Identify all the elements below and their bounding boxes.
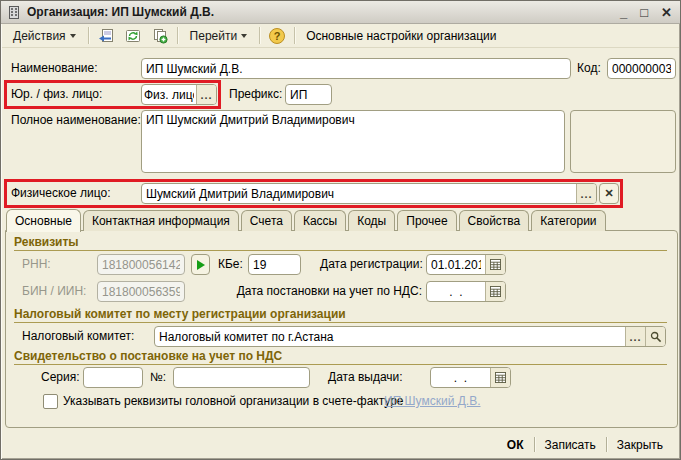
reg-date-field[interactable] xyxy=(426,254,506,275)
name-field[interactable] xyxy=(141,58,571,79)
rnn-input xyxy=(98,255,184,274)
actions-menu-button[interactable]: Действия xyxy=(6,25,83,47)
help-button[interactable]: ? xyxy=(265,25,289,47)
footer-button-bar: ОК Записать Закрыть xyxy=(2,431,679,458)
issue-date-field[interactable] xyxy=(430,367,511,388)
calendar-icon[interactable] xyxy=(485,282,505,301)
clear-icon: ✕ xyxy=(604,187,613,200)
reg-date-input[interactable] xyxy=(427,255,485,274)
vat-date-input[interactable] xyxy=(427,282,485,301)
reread-icon xyxy=(98,28,114,44)
issue-date-input[interactable] xyxy=(431,368,490,387)
goto-menu-button[interactable]: Перейти xyxy=(183,25,255,47)
copy-add-icon xyxy=(152,28,168,44)
tab-scheta[interactable]: Счета xyxy=(241,210,292,231)
number-field[interactable] xyxy=(173,367,310,388)
name-input[interactable] xyxy=(142,59,570,78)
number-label: №: xyxy=(150,367,166,388)
tax-committee-field[interactable]: ... xyxy=(154,326,666,347)
section-vat-certificate: Свидетельство о постановке на учет по НД… xyxy=(14,349,667,365)
tax-committee-input[interactable] xyxy=(155,327,625,346)
logo-placeholder-box xyxy=(570,110,676,173)
org-settings-button[interactable]: Основные настройки организации xyxy=(300,29,502,43)
tab-prochee[interactable]: Прочее xyxy=(397,210,456,231)
kbe-input[interactable] xyxy=(249,255,300,274)
code-input[interactable] xyxy=(608,59,675,78)
vat-date-label: Дата постановки на учет по НДС: xyxy=(230,281,422,302)
close-button[interactable]: ✕ xyxy=(661,1,672,24)
code-label: Код: xyxy=(577,58,601,79)
close-window-button[interactable]: Закрыть xyxy=(607,435,673,455)
maximize-button[interactable]: □ xyxy=(640,1,648,24)
command-toolbar: Действия xyxy=(2,24,679,48)
series-field[interactable] xyxy=(83,367,143,388)
person-input[interactable] xyxy=(142,184,576,203)
reread-button[interactable] xyxy=(94,25,118,47)
save-button[interactable]: Записать xyxy=(535,435,606,455)
tab-svoystva[interactable]: Свойства xyxy=(459,210,530,231)
calendar-icon[interactable] xyxy=(485,255,505,274)
magnifier-icon[interactable] xyxy=(645,327,665,346)
section-requisites: Реквизиты xyxy=(14,235,667,251)
prefix-label: Префикс: xyxy=(229,84,282,105)
person-label: Физическое лицо: xyxy=(11,183,110,204)
main-tab-panel: Реквизиты РНН: КБе: Дата регистрации: xyxy=(5,230,678,428)
calendar-icon[interactable] xyxy=(490,368,510,387)
number-input[interactable] xyxy=(174,368,309,387)
window-title: Организация: ИП Шумский Д.В. xyxy=(27,5,214,19)
tab-kategorii[interactable]: Категории xyxy=(531,210,605,231)
name-label: Наименование: xyxy=(11,58,98,79)
entity-type-input[interactable] xyxy=(142,85,196,104)
minimize-button[interactable]: _ xyxy=(620,1,627,24)
ellipsis-button[interactable]: ... xyxy=(576,184,596,203)
entity-type-label: Юр. / физ. лицо: xyxy=(11,84,102,105)
rnn-label: РНН: xyxy=(22,254,51,275)
head-org-checkbox[interactable] xyxy=(43,394,58,409)
prefix-field[interactable] xyxy=(285,84,332,105)
ok-button[interactable]: ОК xyxy=(497,435,534,455)
copy-button[interactable] xyxy=(148,25,172,47)
rnn-open-button[interactable] xyxy=(191,254,210,275)
tax-committee-label: Налоговый комитет: xyxy=(22,326,134,347)
tab-kontaktnaya-informaciya[interactable]: Контактная информация xyxy=(83,210,239,231)
toolbar-separator xyxy=(88,27,89,44)
tab-bar: Основные Контактная информация Счета Кас… xyxy=(6,209,608,231)
head-org-link[interactable]: ИП Шумский Д.В. xyxy=(384,394,481,408)
refresh-icon xyxy=(125,28,141,44)
rnn-field xyxy=(97,254,185,275)
series-label: Серия: xyxy=(41,367,80,388)
section-tax-committee: Налоговый комитет по месту регистрации о… xyxy=(14,307,667,323)
organization-window: Организация: ИП Шумский Д.В. _ □ ✕ Дейст… xyxy=(0,0,681,460)
toolbar-separator xyxy=(177,27,178,44)
green-arrow-icon xyxy=(197,260,205,270)
kbe-field[interactable] xyxy=(248,254,301,275)
tab-osnovnye[interactable]: Основные xyxy=(6,209,81,232)
help-icon: ? xyxy=(269,28,285,44)
toolbar-separator xyxy=(259,27,260,44)
full-name-textarea[interactable]: ИП Шумский Дмитрий Владимирович xyxy=(141,110,565,173)
ellipsis-button[interactable]: ... xyxy=(196,85,216,104)
organization-icon xyxy=(7,5,21,19)
code-field[interactable] xyxy=(607,58,676,79)
kbe-label: КБе: xyxy=(218,254,243,275)
series-input[interactable] xyxy=(84,368,142,387)
vat-date-field[interactable] xyxy=(426,281,506,302)
issue-date-label: Дата выдачи: xyxy=(328,367,403,388)
bin-label: БИН / ИИН: xyxy=(22,281,86,302)
person-field[interactable]: ... xyxy=(141,183,597,204)
reg-date-label: Дата регистрации: xyxy=(320,254,422,275)
full-name-label: Полное наименование: xyxy=(11,110,141,131)
chevron-down-icon xyxy=(241,34,247,38)
head-org-checkbox-label: Указывать реквизиты головной организации… xyxy=(63,391,404,412)
title-bar: Организация: ИП Шумский Д.В. _ □ ✕ xyxy=(1,1,680,24)
chevron-down-icon xyxy=(70,34,76,38)
prefix-input[interactable] xyxy=(286,85,331,104)
clear-person-button[interactable]: ✕ xyxy=(599,183,619,204)
ellipsis-button[interactable]: ... xyxy=(625,327,645,346)
refresh-button[interactable] xyxy=(121,25,145,47)
bin-input xyxy=(98,282,184,301)
tab-kassy[interactable]: Кассы xyxy=(294,210,346,231)
toolbar-separator xyxy=(294,27,295,44)
tab-kody[interactable]: Коды xyxy=(348,210,395,231)
entity-type-field[interactable]: ... xyxy=(141,84,217,105)
